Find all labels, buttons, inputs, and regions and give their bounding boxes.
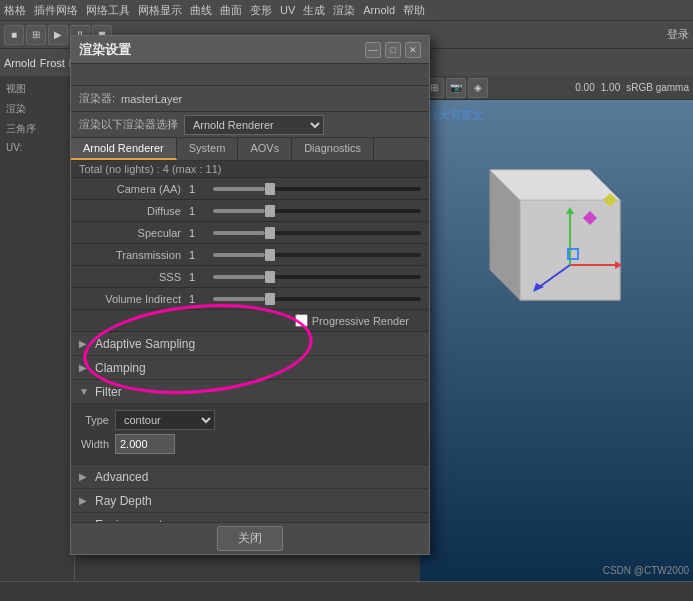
vp-value-1: 0.00 — [575, 82, 594, 93]
render-using-row: 渲染以下渲染器选择 Arnold Renderer — [71, 112, 429, 138]
close-button[interactable]: 关闭 — [217, 526, 283, 551]
param-value-specular: 1 — [189, 227, 209, 239]
section-filter-header[interactable]: ▼ Filter — [71, 380, 429, 404]
tab-system[interactable]: System — [177, 138, 239, 160]
param-label-sss: SSS — [79, 271, 189, 283]
left-panel-label-3: 三角序 — [4, 120, 70, 138]
dialog-content: Total (no lights) : 4 (max : 11) Camera … — [71, 161, 429, 522]
slider-track-transmission[interactable] — [213, 253, 421, 257]
label-advanced: Advanced — [95, 470, 148, 484]
menu-item-tool[interactable]: 网络工具 — [86, 3, 130, 18]
left-panel-label-1: 视图 — [4, 80, 70, 98]
progressive-render-checkbox[interactable] — [295, 314, 308, 327]
slider-track-camera-aa[interactable] — [213, 187, 421, 191]
filter-type-label: Type — [79, 414, 109, 426]
slider-area-volume-indirect: 1 — [189, 293, 421, 305]
slider-area-transmission: 1 — [189, 249, 421, 261]
progressive-render-label: Progressive Render — [312, 315, 409, 327]
csdn-watermark: CSDN @CTW2000 — [603, 565, 689, 576]
param-row-volume-indirect: Volume Indirect 1 — [71, 288, 429, 310]
menu-item-generate[interactable]: 生成 — [303, 3, 325, 18]
render-using-select[interactable]: Arnold Renderer — [184, 115, 324, 135]
menu-item-arnold[interactable]: Arnold — [363, 4, 395, 16]
section-environment[interactable]: ▶ Environment — [71, 513, 429, 522]
param-label-diffuse: Diffuse — [79, 205, 189, 217]
menu-item-uv[interactable]: UV — [280, 4, 295, 16]
param-row-diffuse: Diffuse 1 — [71, 200, 429, 222]
slider-area-specular: 1 — [189, 227, 421, 239]
sampling-section: Camera (AA) 1 Diffuse 1 — [71, 178, 429, 310]
vp-gamma-label: sRGB gamma — [626, 82, 689, 93]
slider-track-sss[interactable] — [213, 275, 421, 279]
filter-content: Type contour Width — [71, 404, 429, 465]
param-row-specular: Specular 1 — [71, 222, 429, 244]
dialog-title: 渲染设置 — [79, 41, 131, 59]
left-panel: 视图 渲染 三角序 UV: — [0, 76, 75, 601]
filter-width-row: Width — [79, 434, 421, 454]
vp-icon-3[interactable]: ◈ — [468, 78, 488, 98]
param-label-specular: Specular — [79, 227, 189, 239]
tab-aovs[interactable]: AOVs — [238, 138, 292, 160]
progressive-render-row: Progressive Render — [71, 310, 429, 332]
dialog-titlebar[interactable]: 渲染设置 — □ ✕ — [71, 36, 429, 64]
menu-item-grid[interactable]: 网格显示 — [138, 3, 182, 18]
win-minimize-btn[interactable]: — — [365, 42, 381, 58]
menu-item-render[interactable]: 渲染 — [333, 3, 355, 18]
slider-track-diffuse[interactable] — [213, 209, 421, 213]
vp-icon-2[interactable]: 📷 — [446, 78, 466, 98]
filter-type-row: Type contour — [79, 410, 421, 430]
win-restore-btn[interactable]: □ — [385, 42, 401, 58]
param-value-camera-aa: 1 — [189, 183, 209, 195]
toolbar-icon-3[interactable]: ▶ — [48, 25, 68, 45]
filter-type-select[interactable]: contour — [115, 410, 215, 430]
filter-width-input[interactable] — [115, 434, 175, 454]
slider-area-camera-aa: 1 — [189, 183, 421, 195]
window-controls: — □ ✕ — [365, 42, 421, 58]
menu-item-curve[interactable]: 曲线 — [190, 3, 212, 18]
section-advanced[interactable]: ▶ Advanced — [71, 465, 429, 489]
param-row-transmission: Transmission 1 — [71, 244, 429, 266]
arrow-adaptive-sampling: ▶ — [79, 338, 89, 349]
slider-area-diffuse: 1 — [189, 205, 421, 217]
slider-track-specular[interactable] — [213, 231, 421, 235]
viewport-toolbar: ⊞ 📷 ◈ 0.00 1.00 sRGB gamma — [420, 76, 693, 100]
viewport-cube — [430, 130, 650, 350]
tabs-row: Arnold Renderer System AOVs Diagnostics — [71, 138, 429, 161]
render-layer-row: 渲染器: masterLayer — [71, 86, 429, 112]
menu-item-deform[interactable]: 变形 — [250, 3, 272, 18]
vp-value-2: 1.00 — [601, 82, 620, 93]
menu-item-plugin[interactable]: 插件网络 — [34, 3, 78, 18]
toolbar2-frost[interactable]: Frost — [40, 57, 65, 69]
label-filter: Filter — [95, 385, 122, 399]
menu-item-help[interactable]: 帮助 — [403, 3, 425, 18]
arrow-advanced: ▶ — [79, 471, 89, 482]
viewport-text-label: 开大写英文 — [428, 108, 483, 123]
slider-area-sss: 1 — [189, 271, 421, 283]
menu-item-gege[interactable]: 格格 — [4, 3, 26, 18]
arrow-filter: ▼ — [79, 386, 89, 397]
param-label-volume-indirect: Volume Indirect — [79, 293, 189, 305]
param-row-camera-aa: Camera (AA) 1 — [71, 178, 429, 200]
render-using-label: 渲染以下渲染器选择 — [79, 117, 178, 132]
status-bar — [0, 581, 693, 601]
tab-diagnostics[interactable]: Diagnostics — [292, 138, 374, 160]
param-label-transmission: Transmission — [79, 249, 189, 261]
toolbar-icon-1[interactable]: ■ — [4, 25, 24, 45]
toolbar2-arnold[interactable]: Arnold — [4, 57, 36, 69]
section-ray-depth[interactable]: ▶ Ray Depth — [71, 489, 429, 513]
tab-arnold-renderer[interactable]: Arnold Renderer — [71, 138, 177, 160]
viewport-area: 开大写英文 — [420, 100, 693, 601]
filter-width-label: Width — [79, 438, 109, 450]
toolbar-icon-2[interactable]: ⊞ — [26, 25, 46, 45]
dialog-footer: 关闭 — [71, 522, 429, 554]
section-clamping[interactable]: ▶ Clamping — [71, 356, 429, 380]
param-value-transmission: 1 — [189, 249, 209, 261]
win-close-btn[interactable]: ✕ — [405, 42, 421, 58]
label-adaptive-sampling: Adaptive Sampling — [95, 337, 195, 351]
label-ray-depth: Ray Depth — [95, 494, 152, 508]
top-menubar: 格格 插件网络 网络工具 网格显示 曲线 曲面 变形 UV 生成 渲染 Arno… — [0, 0, 693, 20]
arrow-ray-depth: ▶ — [79, 495, 89, 506]
section-adaptive-sampling[interactable]: ▶ Adaptive Sampling — [71, 332, 429, 356]
slider-track-volume-indirect[interactable] — [213, 297, 421, 301]
menu-item-surface[interactable]: 曲面 — [220, 3, 242, 18]
